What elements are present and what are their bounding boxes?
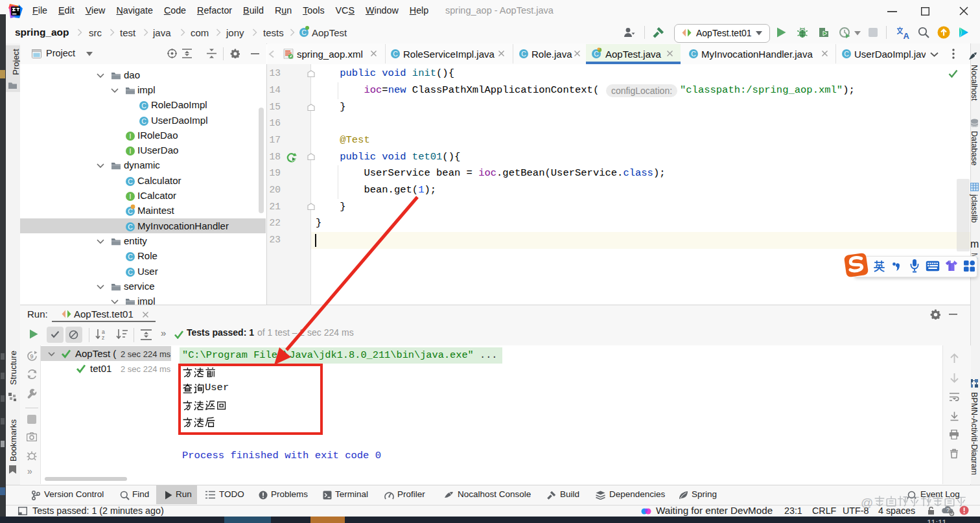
- svg-text:z: z: [102, 334, 104, 341]
- svg-text:A: A: [904, 31, 910, 40]
- svg-text:?: ?: [946, 507, 950, 513]
- svg-text:9: 9: [30, 353, 34, 360]
